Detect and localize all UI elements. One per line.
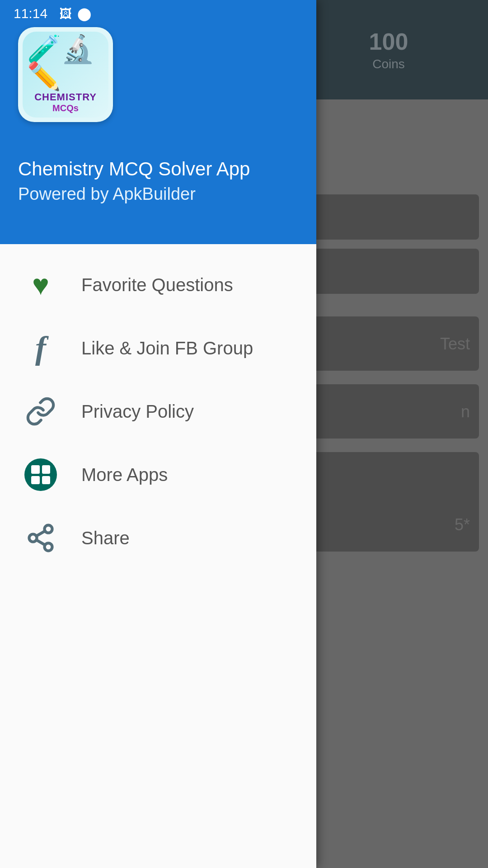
menu-label-privacy: Privacy Policy (81, 401, 194, 422)
menu-item-more-apps[interactable]: More Apps (0, 443, 316, 506)
menu-item-favorite-questions[interactable]: ♥ Favorite Questions (0, 253, 316, 316)
drawer-app-title: Chemistry MCQ Solver App (18, 158, 298, 180)
heart-icon: ♥ (23, 267, 59, 303)
menu-label-more-apps: More Apps (81, 465, 168, 485)
drawer-header: 🧪🔬✏️ CHEMISTRY MCQs Chemistry MCQ Solver… (0, 0, 316, 244)
app-icon-text-line1: CHEMISTRY (34, 92, 97, 103)
photo-icon: 🖼 (59, 6, 72, 21)
status-bar: 11:14 🖼 ⬤ (0, 0, 316, 27)
app-icon-text-line2: MCQs (52, 103, 79, 113)
facebook-icon: f (23, 330, 59, 366)
status-time: 11:14 (14, 6, 47, 21)
svg-line-3 (36, 540, 45, 545)
link-icon (23, 393, 59, 429)
status-icons: 🖼 ⬤ (59, 6, 91, 21)
svg-line-4 (36, 531, 45, 536)
drawer-menu: ♥ Favorite Questions f Like & Join FB Gr… (0, 244, 316, 868)
share-icon (23, 520, 59, 556)
menu-label-favorite: Favorite Questions (81, 275, 233, 295)
grid-icon (23, 457, 59, 493)
menu-item-facebook[interactable]: f Like & Join FB Group (0, 316, 316, 380)
menu-item-share[interactable]: Share (0, 506, 316, 570)
app-icon-inner: 🧪🔬✏️ CHEMISTRY MCQs (23, 32, 108, 118)
menu-item-privacy-policy[interactable]: Privacy Policy (0, 380, 316, 443)
circle-icon: ⬤ (77, 6, 91, 21)
menu-label-share: Share (81, 528, 130, 548)
drawer-app-subtitle: Powered by ApkBuilder (18, 184, 298, 204)
app-icon: 🧪🔬✏️ CHEMISTRY MCQs (18, 27, 113, 122)
app-icon-emoji: 🧪🔬✏️ (27, 36, 104, 90)
navigation-drawer: 11:14 🖼 ⬤ 🧪🔬✏️ CHEMISTRY MCQs Chemistry … (0, 0, 316, 868)
menu-label-facebook: Like & Join FB Group (81, 338, 253, 359)
